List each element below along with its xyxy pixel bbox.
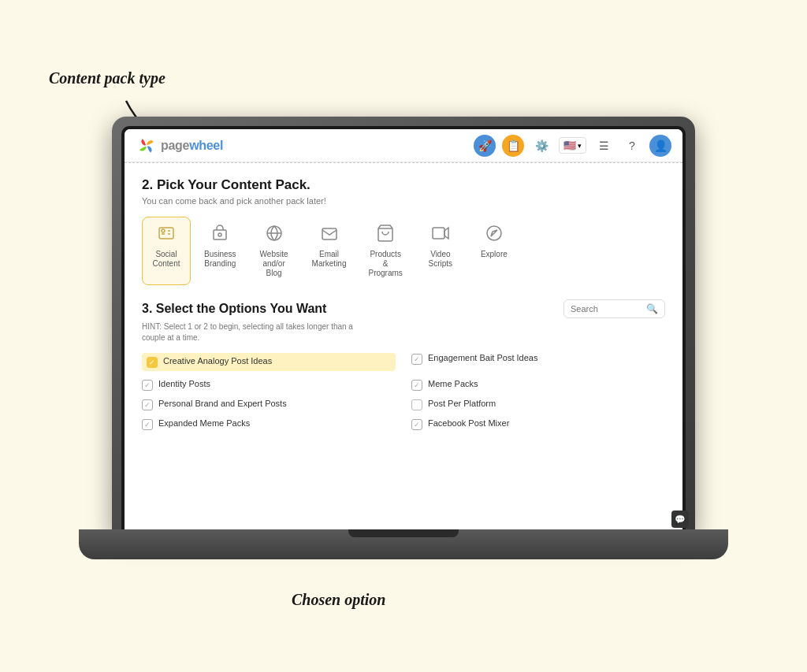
social-content-icon: [157, 224, 176, 247]
flag-chevron: ▾: [578, 142, 582, 150]
content-pack-type-annotation: Content pack type: [49, 69, 165, 87]
search-icon: 🔍: [646, 303, 658, 314]
svg-rect-1: [159, 228, 173, 239]
search-input[interactable]: [571, 304, 642, 314]
option-meme-label: Meme Packs: [428, 379, 478, 388]
svg-rect-8: [433, 228, 444, 239]
tab-business-branding[interactable]: BusinessBranding: [195, 217, 245, 285]
option-identity-label: Identity Posts: [158, 379, 210, 388]
website-blog-icon: [265, 224, 284, 247]
tab-video-scripts[interactable]: VideoScripts: [416, 217, 465, 285]
option-meme-packs[interactable]: ✓ Meme Packs: [411, 379, 665, 391]
tab-video-label: VideoScripts: [429, 250, 453, 269]
checkbox-identity[interactable]: ✓: [142, 380, 153, 391]
products-programs-icon: [376, 224, 395, 247]
checkbox-creative[interactable]: ✓: [147, 357, 158, 368]
option-expanded-label: Expanded Meme Packs: [158, 418, 250, 428]
options-header: 3. Select the Options You Want 🔍: [142, 299, 665, 318]
option-personal-brand[interactable]: ✓ Personal Brand and Expert Posts: [142, 399, 396, 410]
business-branding-icon: [210, 224, 229, 247]
step2-title: 2. Pick Your Content Pack.: [142, 177, 665, 193]
step2-subtitle: You can come back and pick another pack …: [142, 196, 665, 206]
options-hint: HINT: Select 1 or 2 to begin, selecting …: [142, 321, 363, 343]
nav-gear-btn[interactable]: ⚙️: [530, 135, 552, 157]
tab-website-blog[interactable]: Websiteand/orBlog: [250, 217, 299, 285]
option-facebook-mixer[interactable]: ✓ Facebook Post Mixer: [411, 418, 665, 430]
tab-email-label: EmailMarketing: [312, 250, 347, 269]
tab-products-programs[interactable]: Products&Programs: [359, 217, 411, 285]
video-scripts-icon: [431, 224, 450, 247]
checkbox-engagement[interactable]: ✓: [411, 354, 422, 365]
svg-point-4: [218, 233, 221, 236]
pack-tabs: SocialContent BusinessBranding: [142, 217, 665, 285]
logo: pagewheel: [136, 135, 223, 157]
option-identity-posts[interactable]: ✓ Identity Posts: [142, 379, 396, 391]
nav-flag-btn[interactable]: 🇺🇸 ▾: [559, 137, 586, 154]
nav-rocket-btn[interactable]: 🚀: [474, 135, 496, 157]
option-postper-label: Post Per Platform: [428, 399, 496, 408]
option-engagement-bait[interactable]: ✓ Engagement Bait Post Ideas: [411, 353, 665, 371]
option-expanded-meme[interactable]: ✓ Expanded Meme Packs: [142, 418, 396, 430]
tab-explore[interactable]: Explore: [470, 217, 519, 285]
chosen-option-annotation: Chosen option: [292, 591, 385, 609]
nav-user-btn[interactable]: 👤: [649, 135, 671, 157]
svg-rect-6: [322, 228, 337, 239]
nav-help-btn[interactable]: ?: [621, 135, 643, 157]
option-facebook-label: Facebook Post Mixer: [428, 418, 509, 428]
checkbox-expanded[interactable]: ✓: [142, 419, 153, 430]
option-post-per-platform[interactable]: Post Per Platform: [411, 399, 665, 410]
explore-icon: [485, 224, 504, 247]
option-creative-label: Creative Analogy Post Ideas: [163, 356, 272, 366]
chat-bubble-btn[interactable]: 💬: [671, 510, 682, 528]
main-content: 2. Pick Your Content Pack. You can come …: [125, 163, 682, 531]
laptop-shell: pagewheel 🚀 📋 ⚙️ 🇺🇸 ▾ ☰ ? 👤: [112, 117, 695, 534]
logo-icon: [136, 135, 158, 157]
option-engagement-label: Engagement Bait Post Ideas: [428, 353, 537, 362]
checkbox-personal[interactable]: ✓: [142, 399, 153, 410]
nav-menu-btn[interactable]: ☰: [593, 135, 615, 157]
option-personal-label: Personal Brand and Expert Posts: [158, 399, 287, 408]
tab-social-label: SocialContent: [152, 250, 180, 269]
tab-website-label: Websiteand/orBlog: [260, 250, 288, 278]
laptop-notch: [348, 529, 459, 537]
nav-icons: 🚀 📋 ⚙️ 🇺🇸 ▾ ☰ ? 👤: [474, 135, 671, 157]
step3-title: 3. Select the Options You Want: [142, 302, 326, 316]
option-creative-analogy[interactable]: ✓ Creative Analogy Post Ideas: [142, 353, 396, 371]
laptop-base: [79, 529, 728, 559]
svg-point-2: [162, 229, 165, 232]
search-box[interactable]: 🔍: [563, 299, 665, 318]
options-grid: ✓ Creative Analogy Post Ideas ✓ Engageme…: [142, 353, 665, 430]
tab-social-content[interactable]: SocialContent: [142, 217, 191, 285]
tab-explore-label: Explore: [481, 250, 508, 259]
laptop-screen: pagewheel 🚀 📋 ⚙️ 🇺🇸 ▾ ☰ ? 👤: [125, 129, 682, 531]
checkbox-postper[interactable]: [411, 399, 422, 410]
svg-point-0: [145, 144, 148, 147]
tab-products-label: Products&Programs: [368, 250, 402, 278]
email-marketing-icon: [320, 224, 339, 247]
nav-clipboard-btn[interactable]: 📋: [502, 135, 524, 157]
checkbox-facebook[interactable]: ✓: [411, 419, 422, 430]
checkbox-meme[interactable]: ✓: [411, 380, 422, 391]
svg-marker-10: [491, 230, 497, 236]
logo-text: pagewheel: [161, 139, 223, 153]
flag-icon: 🇺🇸: [563, 139, 576, 151]
navbar: pagewheel 🚀 📋 ⚙️ 🇺🇸 ▾ ☰ ? 👤: [125, 129, 682, 162]
tab-email-marketing[interactable]: EmailMarketing: [303, 217, 355, 285]
screen-bezel: pagewheel 🚀 📋 ⚙️ 🇺🇸 ▾ ☰ ? 👤: [121, 126, 686, 534]
svg-rect-3: [214, 230, 226, 239]
tab-business-label: BusinessBranding: [204, 250, 236, 269]
